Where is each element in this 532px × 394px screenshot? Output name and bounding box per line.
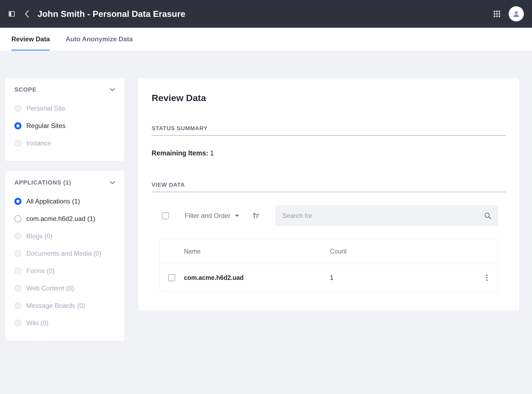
app-item-label: Forms (0) [26, 267, 55, 275]
scope-heading: SCOPE [14, 86, 36, 93]
user-avatar[interactable] [509, 6, 524, 21]
app-item-label: Documents and Media (0) [26, 250, 101, 257]
main-card: Review Data STATUS SUMMARY Remaining Ite… [138, 78, 520, 311]
radio-icon [14, 320, 21, 327]
app-item-wiki: Wiki (0) [14, 314, 115, 332]
scope-item-personal-site: Personal Site [14, 100, 115, 117]
svg-rect-5 [494, 13, 495, 15]
radio-icon [14, 285, 21, 292]
app-item-label: Blogs (0) [26, 232, 52, 240]
row-count: 1 [330, 274, 476, 282]
main-page-title: Review Data [152, 93, 506, 103]
back-button[interactable] [23, 10, 30, 17]
applications-panel: APPLICATIONS (1) All Applications (1) co… [5, 171, 125, 341]
status-summary-heading: STATUS SUMMARY [152, 125, 506, 136]
radio-icon [14, 122, 21, 129]
app-item-forms: Forms (0) [14, 262, 115, 280]
app-item-label: Web Content (0) [26, 284, 74, 292]
app-item-webcontent: Web Content (0) [14, 280, 115, 297]
col-count[interactable]: Count [330, 248, 476, 255]
app-item-all[interactable]: All Applications (1) [14, 193, 115, 210]
svg-rect-1 [10, 12, 11, 16]
chevron-down-icon [110, 181, 115, 184]
radio-icon [14, 250, 21, 257]
scope-item-regular-sites[interactable]: Regular Sites [14, 117, 115, 135]
svg-point-18 [486, 277, 487, 278]
search-field[interactable] [276, 206, 498, 226]
apps-grid-icon[interactable] [493, 10, 501, 18]
caret-down-icon [235, 214, 239, 217]
app-item-label: All Applications (1) [26, 198, 80, 205]
scope-item-label: Instance [26, 139, 51, 147]
svg-line-16 [489, 217, 491, 219]
tab-auto-anonymize[interactable]: Auto Anonymize Data [65, 28, 133, 51]
svg-rect-7 [499, 13, 500, 15]
radio-icon [14, 105, 21, 112]
radio-icon [14, 198, 21, 205]
app-item-label: com.acme.h6d2.uad (1) [26, 215, 95, 223]
sort-button[interactable] [252, 212, 260, 220]
filter-label: Filter and Order [185, 212, 230, 220]
applications-panel-header[interactable]: APPLICATIONS (1) [14, 179, 115, 186]
search-icon[interactable] [484, 212, 491, 219]
view-data-heading: VIEW DATA [152, 182, 506, 192]
app-item-documents: Documents and Media (0) [14, 245, 115, 262]
applications-heading: APPLICATIONS (1) [14, 179, 71, 186]
app-item-blogs: Blogs (0) [14, 227, 115, 245]
tab-review-data[interactable]: Review Data [11, 28, 50, 51]
scope-panel: SCOPE Personal Site Regular Sites Instan… [5, 78, 125, 161]
header-bar: John Smith - Personal Data Erasure [0, 0, 532, 28]
col-name[interactable]: Name [184, 248, 330, 255]
filter-order-dropdown[interactable]: Filter and Order [185, 212, 239, 220]
scope-item-instance: Instance [14, 135, 115, 152]
row-actions-button[interactable] [476, 274, 498, 281]
data-table: Name Count com.acme.h6d2.uad 1 [159, 239, 498, 292]
svg-point-17 [486, 274, 487, 276]
select-all-checkbox[interactable] [162, 212, 169, 219]
svg-rect-4 [499, 11, 500, 12]
toolbar: Filter and Order [152, 206, 506, 239]
remaining-items: Remaining Items: 1 [152, 149, 506, 157]
svg-rect-3 [496, 11, 498, 12]
svg-rect-10 [499, 15, 500, 17]
scope-item-label: Regular Sites [26, 122, 65, 130]
search-input[interactable] [282, 212, 484, 220]
svg-rect-2 [494, 11, 495, 12]
app-item-label: Message Boards (0) [26, 302, 85, 309]
app-item-messageboards: Message Boards (0) [14, 297, 115, 314]
app-item-acme[interactable]: com.acme.h6d2.uad (1) [14, 210, 115, 227]
row-checkbox[interactable] [168, 274, 175, 281]
chevron-down-icon [110, 88, 115, 91]
radio-icon [14, 215, 21, 222]
app-item-label: Wiki (0) [26, 319, 48, 327]
remaining-label: Remaining Items: [152, 149, 208, 157]
tabs: Review Data Auto Anonymize Data [0, 28, 532, 51]
scope-item-label: Personal Site [26, 105, 65, 112]
remaining-value: 1 [210, 149, 214, 157]
radio-icon [14, 233, 21, 240]
svg-rect-9 [496, 15, 498, 17]
kebab-icon [486, 274, 488, 281]
radio-icon [14, 267, 21, 274]
page-title: John Smith - Personal Data Erasure [37, 9, 493, 19]
table-header: Name Count [159, 239, 498, 264]
panel-toggle-icon[interactable] [8, 10, 15, 17]
svg-rect-6 [496, 13, 498, 15]
svg-point-11 [515, 11, 518, 14]
scope-panel-header[interactable]: SCOPE [14, 86, 115, 93]
row-name: com.acme.h6d2.uad [184, 274, 330, 282]
svg-point-19 [486, 279, 487, 281]
table-row[interactable]: com.acme.h6d2.uad 1 [159, 264, 498, 291]
svg-rect-8 [494, 15, 495, 17]
radio-icon [14, 302, 21, 309]
radio-icon [14, 140, 21, 147]
